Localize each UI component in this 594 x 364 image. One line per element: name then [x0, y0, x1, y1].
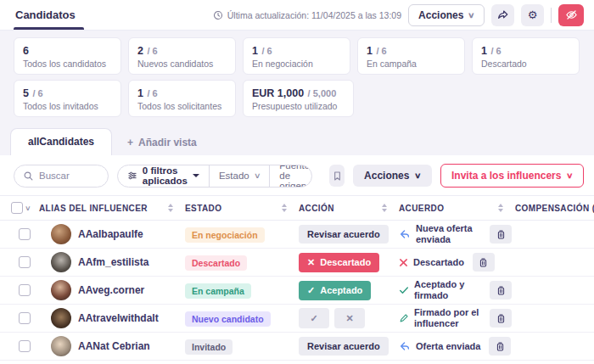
stat-label: En campaña	[367, 59, 456, 69]
stat-label: Presupuesto utilizado	[252, 101, 345, 111]
offer-sent-icon	[399, 228, 411, 240]
stat-card-todos-candidatos[interactable]: 6 Todos los candidatos	[14, 37, 121, 75]
share-button[interactable]	[491, 4, 514, 26]
column-header-estado[interactable]: ESTADO	[185, 204, 299, 213]
column-header-accion[interactable]: ACCIÓN	[299, 204, 399, 213]
stat-card-presupuesto[interactable]: EUR 1,000 / 5,000 Presupuesto utilizado	[243, 80, 354, 117]
column-label: ACUERDO	[399, 204, 444, 213]
tab-add-view[interactable]: + Añadir vista	[112, 130, 212, 155]
select-all-checkbox[interactable]	[11, 202, 23, 214]
stat-label: En negociación	[252, 59, 341, 69]
sort-icon[interactable]	[382, 204, 387, 212]
table-row[interactable]: AAfm_estilista Descartado ✕Descartado De…	[0, 249, 594, 277]
search-icon	[23, 171, 34, 182]
agreement-doc-button[interactable]	[490, 281, 512, 300]
signed-pen-icon	[399, 313, 409, 323]
invite-influencers-label: Invita a los influencers	[451, 170, 561, 182]
stat-card-en-negociacion[interactable]: 1 / 6 En negociación	[243, 37, 350, 75]
column-header-acuerdo[interactable]: ACUERDO	[399, 204, 515, 213]
table-actions-dropdown[interactable]: Acciones ∨	[353, 165, 432, 187]
status-badge: Invitado	[185, 339, 233, 355]
influencer-alias[interactable]: AAtravelwithdalt	[78, 312, 159, 324]
discarded-button[interactable]: ✕Descartado	[299, 253, 379, 272]
filters-applied-dropdown[interactable]: 0 filtros aplicados	[118, 165, 209, 187]
row-checkbox[interactable]	[19, 312, 31, 324]
estado-filter-dropdown[interactable]: Estado ∨	[209, 165, 269, 187]
table-row[interactable]: AAalbapaulfe En negociación Revisar acue…	[0, 221, 594, 249]
stat-label: Nuevos candidatos	[137, 59, 227, 69]
actions-label: Acciones	[418, 9, 463, 21]
approve-button[interactable]: ✓	[299, 308, 329, 328]
invite-influencers-button[interactable]: Invita a los influencers ∨	[440, 164, 584, 188]
actions-dropdown-button[interactable]: Acciones ∨	[408, 4, 485, 26]
table-row[interactable]: AAveg.corner En campaña ✓Aceptado Acepta…	[0, 277, 594, 305]
influencer-alias[interactable]: AAfm_estilista	[78, 256, 148, 268]
influencer-alias[interactable]: AAalbapaulfe	[78, 228, 143, 240]
status-badge: En negociación	[185, 227, 265, 243]
stat-card-solicitantes[interactable]: 1 / 6 Todos los solicitantes	[128, 80, 236, 117]
sort-icon[interactable]	[498, 204, 503, 212]
column-header-compensacion[interactable]: COMPENSACIÓN (EU	[515, 204, 594, 213]
view-tabs: allCandidates + Añadir vista	[0, 127, 594, 155]
fuente-filter-dropdown[interactable]: Fuente de origen ∨	[269, 165, 312, 187]
chevron-down-icon: ∨	[254, 171, 261, 180]
stat-total: / 6	[261, 46, 272, 56]
clock-icon	[213, 10, 223, 20]
status-badge: En campaña	[185, 283, 251, 299]
agreement-doc-button[interactable]	[489, 337, 511, 356]
estado-filter-label: Estado	[219, 171, 249, 181]
review-agreement-button[interactable]: Revisar acuerdo	[299, 225, 389, 244]
top-bar: Candidatos Última actualización: 11/04/2…	[0, 0, 594, 31]
stat-label: Descartado	[481, 59, 570, 69]
tab-all-candidates[interactable]: allCandidates	[10, 128, 112, 155]
gear-icon: ⚙	[528, 8, 538, 21]
offer-sent-icon	[399, 340, 411, 352]
row-checkbox[interactable]	[19, 284, 31, 296]
table-row[interactable]: AAtravelwithdalt Nuevo candidato ✓ ✕ Fir…	[0, 305, 594, 333]
stat-value: 1	[252, 45, 258, 57]
column-label: ACCIÓN	[299, 204, 334, 213]
stat-value: 5	[23, 87, 29, 99]
review-agreement-button[interactable]: Revisar acuerdo	[299, 337, 389, 356]
stat-card-en-campana[interactable]: 1 / 6 En campaña	[357, 37, 465, 75]
chevron-down-icon[interactable]: ∨	[25, 204, 31, 212]
accepted-button[interactable]: ✓Aceptado	[299, 281, 371, 300]
stat-card-invitados[interactable]: 5 / 6 Todos los invitados	[14, 80, 121, 117]
stat-card-descartado[interactable]: 1 / 6 Descartado	[472, 37, 580, 75]
stats-section: 6 Todos los candidatos 2 / 6 Nuevos cand…	[0, 31, 594, 127]
reject-button[interactable]: ✕	[334, 308, 365, 328]
table-row[interactable]: AANat Cebrian Invitado Revisar acuerdo O…	[0, 333, 594, 361]
check-icon: ✓	[307, 285, 315, 296]
stat-label: Todos los invitados	[23, 101, 112, 111]
settings-button[interactable]: ⚙	[521, 4, 544, 26]
agreement-status: Descartado	[413, 257, 464, 268]
chevron-down-icon: ∨	[566, 171, 574, 180]
row-checkbox[interactable]	[19, 340, 31, 352]
chevron-down-icon: ∨	[414, 171, 422, 180]
agreement-doc-button[interactable]	[490, 225, 512, 244]
candidates-table: ∨ ALIAS DEL INFLUENCER ESTADO ACCIÓN ACU…	[0, 195, 594, 364]
agreement-doc-button[interactable]	[490, 309, 512, 328]
influencer-alias[interactable]: AANat Cebrian	[78, 340, 150, 352]
search-input[interactable]	[39, 171, 99, 181]
page-title[interactable]: Candidatos	[14, 0, 77, 30]
share-icon	[496, 8, 509, 21]
table-row[interactable]: AAdulceida En negociación Revisar acuerd…	[0, 361, 594, 364]
stat-card-nuevos-candidatos[interactable]: 2 / 6 Nuevos candidatos	[128, 37, 236, 75]
row-checkbox[interactable]	[19, 256, 31, 268]
action-label: Aceptado	[320, 285, 362, 295]
stat-label: Todos los candidatos	[23, 59, 112, 69]
filter-group: 0 filtros aplicados Estado ∨ Fuente de o…	[117, 165, 312, 188]
column-header-alias[interactable]: ALIAS DEL INFLUENCER	[36, 204, 185, 213]
hide-button[interactable]	[558, 4, 584, 26]
sort-icon[interactable]	[168, 204, 173, 212]
stat-value: 6	[23, 45, 29, 57]
sort-icon[interactable]	[282, 204, 287, 212]
row-checkbox[interactable]	[19, 228, 31, 240]
avatar	[51, 336, 71, 356]
bookmark-button[interactable]	[329, 165, 345, 187]
search-box[interactable]	[14, 165, 109, 188]
influencer-alias[interactable]: AAveg.corner	[78, 284, 144, 296]
caret-down-icon	[193, 174, 199, 177]
agreement-doc-button[interactable]	[473, 253, 495, 272]
